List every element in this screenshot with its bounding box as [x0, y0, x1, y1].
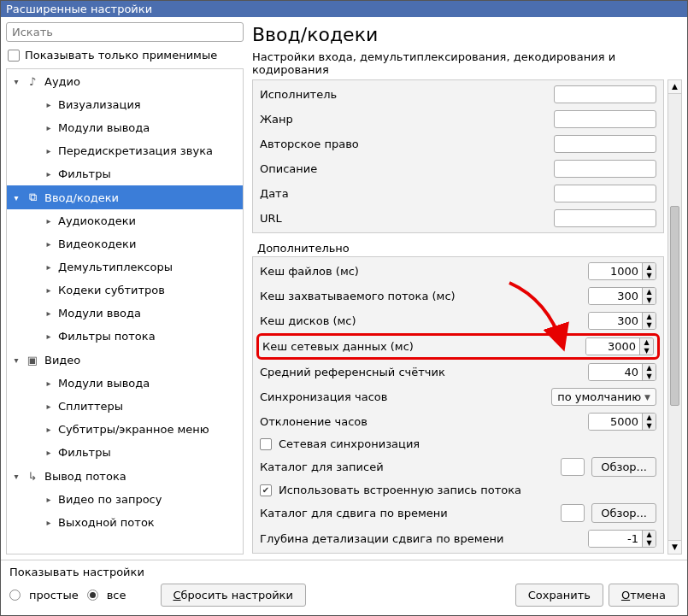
- chevron-right-icon[interactable]: ▸: [44, 285, 53, 295]
- tree-item[interactable]: ▸Субтитры/экранное меню: [7, 418, 243, 441]
- reset-button[interactable]: Сбросить настройки: [161, 584, 306, 607]
- capture-cache-input[interactable]: [589, 288, 642, 304]
- network-cache-input[interactable]: [586, 338, 639, 355]
- metadata-row: Жанр: [255, 107, 662, 132]
- chevron-right-icon[interactable]: ▸: [44, 518, 53, 527]
- scroll-track[interactable]: [668, 94, 681, 540]
- file-cache-row: Кеш файлов (мс) ▲▼: [255, 259, 662, 284]
- spin-buttons[interactable]: ▲▼: [642, 414, 656, 430]
- chevron-right-icon[interactable]: ▸: [44, 308, 53, 318]
- spin-buttons[interactable]: ▲▼: [642, 364, 656, 380]
- spin-buttons[interactable]: ▲▼: [642, 263, 656, 279]
- timeshift-depth-row: Глубина детализации сдвига по времени ▲▼: [255, 526, 662, 551]
- simple-radio-label: простые: [29, 589, 79, 601]
- scroll-down-button[interactable]: ▼: [668, 540, 681, 554]
- scroll-up-button[interactable]: ▲: [668, 80, 681, 94]
- tree-item[interactable]: ▾⧉Ввод/кодеки: [7, 185, 243, 209]
- timeshift-depth-spinbox[interactable]: ▲▼: [588, 530, 656, 548]
- record-dir-input[interactable]: [561, 458, 585, 476]
- tree-item[interactable]: ▸Сплиттеры: [7, 395, 243, 418]
- timeshift-depth-input[interactable]: [589, 531, 642, 547]
- save-button[interactable]: Сохранить: [515, 584, 603, 607]
- tree-item[interactable]: ▸Модули ввода: [7, 302, 243, 325]
- spin-buttons[interactable]: ▲▼: [642, 313, 656, 329]
- category-tree[interactable]: ▾♪Аудио▸Визуализация▸Модули вывода▸Перед…: [6, 68, 244, 554]
- net-sync-row[interactable]: Сетевая синхронизация: [255, 434, 662, 454]
- tree-item[interactable]: ▸Аудиокодеки: [7, 209, 243, 232]
- spin-buttons[interactable]: ▲▼: [639, 338, 653, 355]
- clock-dev-input[interactable]: [589, 414, 642, 430]
- spin-buttons[interactable]: ▲▼: [642, 531, 656, 547]
- metadata-input[interactable]: [554, 110, 656, 128]
- search-input[interactable]: [6, 22, 244, 42]
- tree-item[interactable]: ▸Фильтры потока: [7, 325, 243, 348]
- tree-item[interactable]: ▸Фильтры: [7, 162, 243, 185]
- metadata-label: Исполнитель: [260, 88, 547, 101]
- all-radio[interactable]: [87, 590, 98, 601]
- chevron-right-icon[interactable]: ▸: [44, 169, 53, 179]
- tree-item[interactable]: ▸Видео по запросу: [7, 488, 243, 511]
- timeshift-dir-browse-button[interactable]: Обзор...: [591, 503, 656, 523]
- file-cache-input[interactable]: [589, 263, 642, 279]
- simple-radio[interactable]: [9, 590, 21, 601]
- disc-cache-input[interactable]: [589, 313, 642, 329]
- clock-dev-row: Отклонение часов ▲▼: [255, 409, 662, 434]
- tree-item[interactable]: ▸Модули вывода: [7, 116, 243, 139]
- cancel-button[interactable]: Отмена: [609, 584, 679, 607]
- sout-icon: ↳: [26, 469, 39, 483]
- ref-counter-input[interactable]: [589, 364, 642, 380]
- clock-sync-combo[interactable]: по умолчанию ▼: [551, 388, 656, 406]
- ref-counter-spinbox[interactable]: ▲▼: [588, 363, 656, 381]
- show-applicable-checkbox[interactable]: [8, 50, 20, 62]
- tree-item[interactable]: ▸Передискретизация звука: [7, 139, 243, 162]
- chevron-right-icon[interactable]: ▸: [44, 402, 53, 411]
- chevron-down-icon[interactable]: ▾: [12, 193, 21, 202]
- chevron-down-icon[interactable]: ▾: [12, 355, 21, 365]
- record-dir-browse-button[interactable]: Обзор...: [591, 457, 656, 477]
- capture-cache-spinbox[interactable]: ▲▼: [588, 287, 656, 305]
- metadata-input[interactable]: [554, 85, 656, 103]
- chevron-right-icon[interactable]: ▸: [44, 123, 53, 132]
- tree-item[interactable]: ▸Модули вывода: [7, 372, 243, 395]
- disc-cache-spinbox[interactable]: ▲▼: [588, 312, 656, 330]
- chevron-right-icon[interactable]: ▸: [44, 495, 53, 504]
- timeshift-dir-input[interactable]: [561, 504, 585, 522]
- tree-item[interactable]: ▾▣Видео: [7, 348, 243, 372]
- chevron-right-icon[interactable]: ▸: [44, 146, 53, 155]
- use-builtin-checkbox[interactable]: [260, 484, 272, 496]
- tree-item[interactable]: ▸Кодеки субтитров: [7, 279, 243, 302]
- metadata-input[interactable]: [554, 135, 656, 153]
- tree-item[interactable]: ▸Видеокодеки: [7, 232, 243, 255]
- tree-item[interactable]: ▸Демультиплексоры: [7, 255, 243, 279]
- settings-scrollbar[interactable]: ▲ ▼: [667, 79, 682, 554]
- clock-dev-spinbox[interactable]: ▲▼: [588, 413, 656, 431]
- tree-item[interactable]: ▸Фильтры: [7, 441, 243, 464]
- chevron-right-icon[interactable]: ▸: [44, 262, 53, 272]
- additional-group: Кеш файлов (мс) ▲▼ Кеш захватываемого по…: [252, 256, 664, 554]
- chevron-right-icon[interactable]: ▸: [44, 100, 53, 109]
- tree-item-label: Визуализация: [58, 98, 141, 111]
- network-cache-spinbox[interactable]: ▲▼: [585, 337, 654, 355]
- tree-item[interactable]: ▾↳Вывод потока: [7, 464, 243, 488]
- chevron-right-icon[interactable]: ▸: [44, 331, 53, 341]
- tree-item[interactable]: ▸Визуализация: [7, 93, 243, 116]
- chevron-down-icon[interactable]: ▾: [12, 77, 21, 86]
- file-cache-spinbox[interactable]: ▲▼: [588, 262, 656, 280]
- chevron-right-icon[interactable]: ▸: [44, 425, 53, 434]
- show-applicable-row[interactable]: Показывать только применимые: [6, 45, 244, 65]
- use-builtin-row[interactable]: Использовать встроенную запись потока: [255, 480, 662, 500]
- chevron-right-icon[interactable]: ▸: [44, 216, 53, 226]
- chevron-right-icon[interactable]: ▸: [44, 448, 53, 457]
- net-sync-checkbox[interactable]: [260, 438, 272, 450]
- metadata-input[interactable]: [554, 160, 656, 178]
- scroll-thumb[interactable]: [670, 206, 679, 407]
- chevron-right-icon[interactable]: ▸: [44, 378, 53, 388]
- metadata-input[interactable]: [554, 185, 656, 202]
- tree-item[interactable]: ▾♪Аудио: [7, 69, 243, 93]
- chevron-right-icon[interactable]: ▸: [44, 239, 53, 249]
- chevron-down-icon[interactable]: ▾: [12, 472, 21, 481]
- settings-scroll-wrap: ИсполнительЖанрАвторское правоОписаниеДа…: [252, 79, 682, 554]
- spin-buttons[interactable]: ▲▼: [642, 288, 656, 304]
- metadata-input[interactable]: [554, 209, 656, 227]
- tree-item[interactable]: ▸Выходной поток: [7, 511, 243, 534]
